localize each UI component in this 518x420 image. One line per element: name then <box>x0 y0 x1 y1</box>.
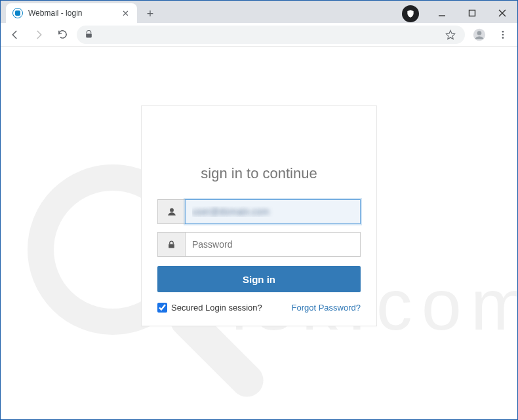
svg-point-9 <box>502 37 504 39</box>
tab-favicon-icon <box>12 8 23 18</box>
svg-point-7 <box>502 31 504 33</box>
bookmark-star-button[interactable] <box>444 26 457 44</box>
password-row <box>157 232 361 257</box>
nav-forward-button[interactable] <box>30 26 48 44</box>
address-bar[interactable] <box>77 26 465 44</box>
lock-icon <box>157 232 185 257</box>
svg-point-8 <box>502 33 504 35</box>
browser-toolbar <box>1 23 517 47</box>
secured-checkbox-input[interactable] <box>157 303 167 313</box>
signin-button[interactable]: Sign in <box>157 266 361 292</box>
user-icon <box>157 199 185 224</box>
svg-point-10 <box>170 208 174 212</box>
login-footer: Secured Login session? Forgot Password? <box>157 303 361 313</box>
tab-title: Webmail - login <box>28 9 115 18</box>
shield-badge-icon <box>402 5 419 22</box>
secured-session-checkbox[interactable]: Secured Login session? <box>157 303 262 313</box>
browser-window: Webmail - login ✕ + <box>0 0 518 420</box>
lock-icon <box>85 30 93 39</box>
window-close-button[interactable] <box>487 3 517 23</box>
close-tab-button[interactable]: ✕ <box>120 8 130 18</box>
nav-back-button[interactable] <box>6 26 24 44</box>
profile-avatar-button[interactable] <box>470 26 488 44</box>
page-content: PC risk.com sign in to continue Sign in <box>1 66 517 419</box>
url-input[interactable] <box>98 29 439 39</box>
nav-reload-button[interactable] <box>53 26 71 44</box>
window-maximize-button[interactable] <box>457 3 487 23</box>
svg-rect-4 <box>86 33 92 37</box>
window-minimize-button[interactable] <box>427 3 457 23</box>
svg-rect-1 <box>469 10 475 16</box>
forgot-password-link[interactable]: Forgot Password? <box>292 303 361 313</box>
tab-bar: Webmail - login ✕ + <box>1 1 517 23</box>
svg-point-6 <box>477 31 482 35</box>
username-input[interactable] <box>185 199 361 224</box>
new-tab-button[interactable]: + <box>141 5 159 23</box>
password-input[interactable] <box>185 232 361 257</box>
browser-tab[interactable]: Webmail - login ✕ <box>6 3 137 23</box>
login-card: sign in to continue Sign in Secured Logi… <box>141 105 377 326</box>
svg-rect-11 <box>169 244 174 248</box>
chrome-menu-button[interactable] <box>494 26 512 44</box>
secured-label: Secured Login session? <box>171 303 262 313</box>
login-heading: sign in to continue <box>157 165 361 182</box>
username-row <box>157 199 361 224</box>
